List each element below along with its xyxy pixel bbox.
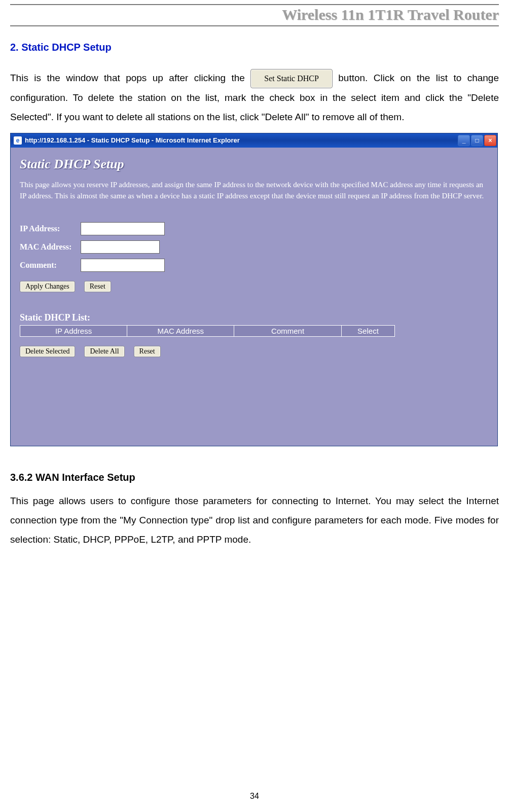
static-dhcp-list-title: Static DHCP List: <box>20 312 488 323</box>
static-dhcp-page-title: Static DHCP Setup <box>20 157 488 172</box>
reset-button-top[interactable]: Reset <box>84 281 111 292</box>
static-dhcp-list-table: IP Address MAC Address Comment Select <box>20 325 395 337</box>
col-header-mac: MAC Address <box>127 325 234 336</box>
ip-address-label: IP Address: <box>20 224 81 233</box>
comment-input[interactable] <box>81 259 165 272</box>
ie-titlebar-text: http://192.168.1.254 - Static DHCP Setup… <box>25 136 240 144</box>
col-header-ip: IP Address <box>20 325 127 336</box>
apply-changes-button[interactable]: Apply Changes <box>20 281 75 292</box>
para-pre-text: This is the window that pops up after cl… <box>10 73 250 83</box>
section1-paragraph: This is the window that pops up after cl… <box>10 68 499 127</box>
page-number: 34 <box>0 792 509 801</box>
static-dhcp-page-desc: This page allows you reserve IP addresse… <box>20 179 488 202</box>
set-static-dhcp-button[interactable]: Set Static DHCP <box>250 69 333 88</box>
mac-address-input[interactable] <box>81 240 160 254</box>
mac-address-label: MAC Address: <box>20 242 81 252</box>
ie-content-area: Static DHCP Setup This page allows you r… <box>11 148 497 446</box>
header-title: Wireless 11n 1T1R Travel Router <box>10 6 499 23</box>
delete-selected-button[interactable]: Delete Selected <box>20 346 75 357</box>
window-maximize-button[interactable]: □ <box>471 135 483 146</box>
ip-address-input[interactable] <box>81 222 165 235</box>
ie-titlebar: e http://192.168.1.254 - Static DHCP Set… <box>11 133 497 148</box>
col-header-select: Select <box>341 325 394 336</box>
window-close-button[interactable]: × <box>484 135 496 146</box>
section-heading-static-dhcp: 2. Static DHCP Setup <box>10 42 499 53</box>
comment-label: Comment: <box>20 261 81 270</box>
ie-window: e http://192.168.1.254 - Static DHCP Set… <box>10 133 498 446</box>
delete-all-button[interactable]: Delete All <box>84 346 124 357</box>
section2-paragraph: This page allows users to configure thos… <box>10 491 499 549</box>
section-heading-wan-interface: 3.6.2 WAN Interface Setup <box>10 472 499 483</box>
ie-logo-icon: e <box>14 136 22 145</box>
reset-button-bottom[interactable]: Reset <box>134 346 161 357</box>
window-minimize-button[interactable]: _ <box>458 135 470 146</box>
col-header-comment: Comment <box>234 325 342 336</box>
